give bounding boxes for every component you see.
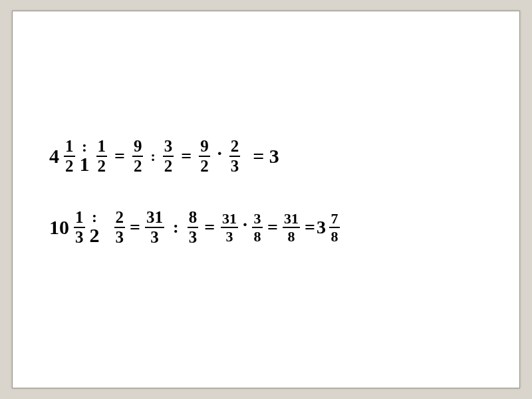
stack-number: 2 (90, 225, 100, 246)
denominator: 2 (65, 157, 74, 175)
result-whole: 3 (317, 218, 326, 237)
denominator: 3 (150, 228, 159, 246)
equals-sign: = (130, 218, 140, 237)
multiply-dot: · (217, 144, 222, 163)
fraction: 9 2 (132, 138, 144, 176)
equals-sign: = (267, 218, 278, 237)
fraction: 31 8 (283, 211, 300, 244)
numerator: 9 (199, 138, 210, 157)
numerator: 1 (64, 138, 75, 157)
denominator: 2 (200, 157, 209, 175)
colon-over-number: : 1 (80, 138, 90, 175)
fraction: 3 2 (163, 138, 174, 176)
numerator: 31 (145, 209, 164, 228)
denominator: 2 (164, 157, 173, 175)
multiply-dot: · (243, 215, 247, 234)
equals-sign: = (305, 218, 315, 237)
numerator: 2 (114, 209, 126, 228)
denominator: 8 (288, 228, 295, 244)
numerator: 9 (132, 138, 144, 157)
numerator: 8 (188, 209, 199, 228)
denominator: 8 (254, 228, 261, 244)
denominator: 2 (134, 157, 142, 175)
equation-row-2: 10 1 3 : 2 2 3 = 31 3 : 8 3 = (49, 209, 342, 247)
denominator: 3 (189, 228, 198, 246)
numerator: 3 (163, 138, 174, 157)
fraction: 9 2 (199, 138, 210, 176)
colon-symbol: : (92, 209, 97, 225)
division-colon: : (173, 219, 179, 236)
numerator: 1 (74, 209, 85, 228)
numerator: 3 (252, 211, 263, 228)
equation-row-1: 4 1 2 : 1 1 2 = 9 2 : 3 2 = (49, 138, 342, 176)
mixed-whole: 4 (49, 146, 59, 166)
fraction: 2 3 (114, 209, 126, 247)
numerator: 1 (96, 138, 108, 157)
result: = 3 (253, 146, 279, 166)
equals-sign: = (204, 218, 215, 237)
slide-frame: 4 1 2 : 1 1 2 = 9 2 : 3 2 = (12, 11, 520, 388)
denominator: 3 (226, 228, 233, 244)
colon-over-number: : 2 (90, 209, 100, 245)
math-content: 4 1 2 : 1 1 2 = 9 2 : 3 2 = (49, 138, 342, 279)
fraction: 3 8 (252, 211, 263, 244)
fraction: 31 3 (221, 211, 238, 244)
fraction: 31 3 (145, 209, 164, 247)
denominator: 3 (116, 228, 124, 246)
fraction: 1 2 (64, 138, 75, 176)
numerator: 2 (229, 138, 241, 157)
numerator: 31 (221, 211, 238, 228)
stack-number: 1 (80, 154, 90, 175)
denominator: 3 (75, 228, 84, 246)
equals-sign: = (181, 147, 192, 166)
denominator: 8 (331, 228, 338, 244)
denominator: 3 (231, 157, 239, 175)
denominator: 2 (98, 157, 106, 175)
fraction: 1 2 (96, 138, 108, 176)
fraction: 2 3 (229, 138, 241, 176)
division-colon: : (150, 149, 155, 164)
fraction: 8 3 (188, 209, 199, 247)
result-fraction: 7 8 (329, 211, 340, 244)
numerator: 31 (283, 211, 300, 228)
numerator: 7 (329, 211, 340, 228)
mixed-whole: 10 (49, 217, 69, 237)
fraction: 1 3 (74, 209, 85, 247)
equals-sign: = (114, 147, 125, 166)
